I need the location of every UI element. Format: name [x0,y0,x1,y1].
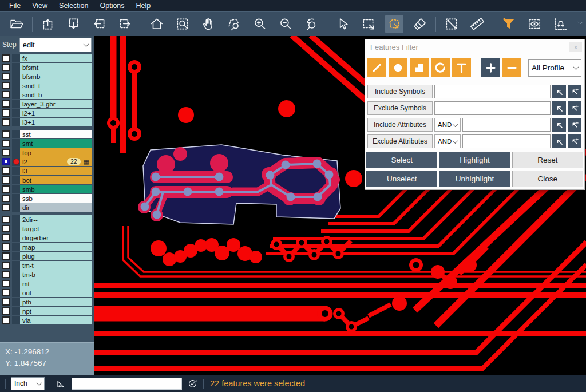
features-filter-icon[interactable] [500,15,518,33]
profile-select[interactable]: All Profile [528,59,581,77]
and-or-select[interactable]: AND [434,118,461,132]
layer-checkbox-top[interactable] [2,149,10,156]
layer-checkbox-l2[interactable] [2,158,10,165]
active-layer-indicator-cell[interactable] [12,203,20,212]
layer-name-2dir--[interactable]: 2dir-- [20,215,92,224]
layer-name-tm-b[interactable]: tm-b [20,270,92,279]
layer-name-dir[interactable]: dir [20,203,92,212]
layer-name-l3[interactable]: l3 [20,167,92,175]
pick-from-canvas-button[interactable] [552,118,566,132]
layer-checkbox-dir[interactable] [2,204,10,211]
open-folder-icon[interactable] [7,15,26,33]
layer-name-smd_b[interactable]: smd_b [20,90,92,99]
layer-checkbox-pth[interactable] [2,298,10,306]
layer-name-l3+1[interactable]: l3+1 [20,118,92,126]
layer-checkbox-npt[interactable] [2,307,10,315]
layer-checkbox-bot[interactable] [2,176,10,184]
measure-ruler-icon[interactable] [468,15,486,33]
active-layer-indicator-cell[interactable] [12,139,20,148]
layer-checkbox-l2+1[interactable] [2,109,10,117]
active-layer-indicator-cell[interactable] [12,176,20,184]
remove-feature-button[interactable] [502,58,521,77]
active-layer-indicator-cell[interactable] [12,109,20,117]
zoom-in-icon[interactable] [251,15,269,33]
active-layer-indicator-cell[interactable] [12,307,20,315]
step-select[interactable]: edit [19,38,92,52]
unit-select[interactable]: Inch [11,377,45,390]
menu-item-view[interactable]: View [26,1,53,11]
include-attributes-button[interactable]: Include Attributes [367,118,433,132]
layer-checkbox-ssb[interactable] [2,195,10,202]
exclude-attributes-input[interactable] [462,134,551,148]
rectangle-select-icon[interactable] [359,15,378,33]
layer-name-bot[interactable]: bot [20,176,92,184]
layer-checkbox-2dir--[interactable] [2,216,10,223]
pick-add-from-canvas-button[interactable] [568,85,581,98]
active-layer-indicator-cell[interactable] [12,252,20,260]
pan-up-icon[interactable] [39,15,57,33]
pan-right-icon[interactable] [116,15,134,33]
active-layer-indicator-cell[interactable] [12,194,20,203]
active-layer-indicator-cell[interactable] [12,54,20,62]
add-feature-button[interactable] [481,58,500,77]
layer-name-out[interactable]: out [20,288,92,297]
menu-item-file[interactable]: File [3,1,26,11]
layer-checkbox-bfsmb[interactable] [2,73,10,80]
active-layer-indicator-cell[interactable] [12,148,20,157]
layer-checkbox-mt[interactable] [2,280,10,287]
menu-item-options[interactable]: Options [94,1,130,11]
menu-item-selection[interactable]: Selection [53,1,94,11]
exclude-symbols-button[interactable]: Exclude Symbols [367,101,433,115]
active-layer-indicator-cell[interactable] [12,90,20,99]
layer-name-via[interactable]: via [20,316,92,324]
layer-checkbox-plug[interactable] [2,252,10,260]
active-layer-indicator-cell[interactable] [12,167,20,175]
pick-from-canvas-button[interactable] [552,101,566,115]
active-layer-indicator-cell[interactable] [12,270,20,279]
active-layer-indicator-cell[interactable] [12,316,20,324]
active-layer-indicator-cell[interactable] [12,157,20,166]
and-or-select[interactable]: AND [434,134,461,148]
pad-feature-button[interactable] [389,58,407,77]
layer-name-mt[interactable]: mt [20,279,92,288]
active-layer-indicator-cell[interactable] [12,261,20,270]
layer-name-fx[interactable]: fx [20,54,92,62]
active-layer-indicator-cell[interactable] [12,100,20,108]
active-layer-indicator-cell[interactable] [12,72,20,81]
layer-name-target[interactable]: target [20,224,92,233]
layer-checkbox-bfsmt[interactable] [2,64,10,71]
layer-name-ssb[interactable]: ssb [20,194,92,203]
pick-from-canvas-button[interactable] [552,134,566,148]
include-symbols-button[interactable]: Include Symbols [367,85,433,98]
surface-feature-button[interactable] [410,58,429,77]
zoom-area-icon[interactable] [173,15,192,33]
active-layer-indicator-cell[interactable] [12,81,20,90]
active-layer-indicator-cell[interactable] [12,243,20,251]
zoom-previous-icon[interactable] [302,15,320,33]
pick-from-canvas-button[interactable] [552,85,566,98]
active-layer-indicator-cell[interactable] [12,298,20,306]
pointer-select-icon[interactable] [334,15,352,33]
unselect-button[interactable]: Unselect [366,171,437,187]
unhighlight-button[interactable]: Unhighlight [439,171,510,187]
layer-name-pth[interactable]: pth [20,298,92,306]
active-layer-indicator-cell[interactable] [12,63,20,72]
highlight-button[interactable]: Highlight [439,152,510,168]
measure-line-icon[interactable] [442,15,461,33]
command-input[interactable] [72,378,182,390]
exclude-attributes-button[interactable]: Exclude Attributes [367,134,433,148]
pick-add-from-canvas-button[interactable] [568,101,581,115]
text-feature-button[interactable] [452,58,471,77]
pan-left-icon[interactable] [90,15,109,33]
show-selection-icon[interactable] [525,15,544,33]
exclude-symbols-input[interactable] [434,101,551,115]
select-button[interactable]: Select [366,152,437,168]
include-symbols-input[interactable] [434,85,551,98]
set-square-icon[interactable] [56,378,66,389]
layer-name-smd_t[interactable]: smd_t [20,81,92,90]
layer-checkbox-map[interactable] [2,243,10,251]
close-button[interactable]: Close [512,171,583,187]
layer-name-smt[interactable]: smt [20,139,92,148]
reset-button[interactable]: Reset [512,152,583,168]
pick-add-from-canvas-button[interactable] [568,118,581,132]
